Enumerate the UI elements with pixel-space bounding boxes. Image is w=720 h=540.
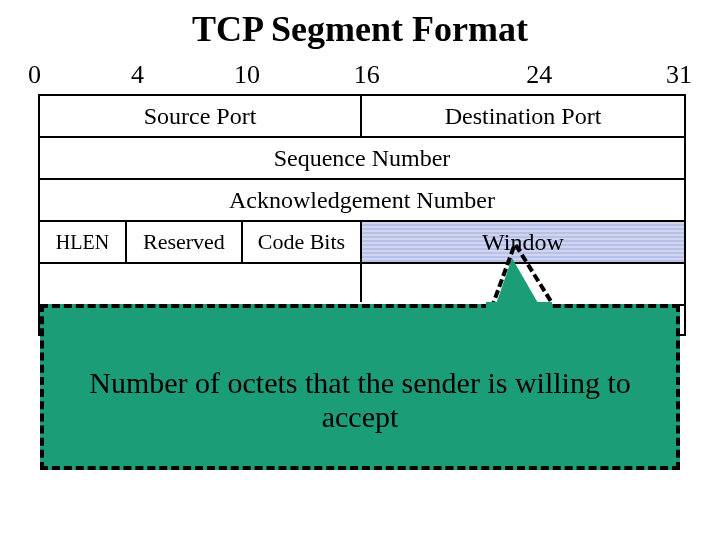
field-sequence-number: Sequence Number <box>40 138 684 178</box>
field-dest-port: Destination Port <box>362 96 684 136</box>
segment-frame: 0 4 10 16 24 31 Source Port Destination … <box>28 60 692 336</box>
callout-box: Number of octets that the sender is will… <box>40 304 680 470</box>
diagram-title: TCP Segment Format <box>0 8 720 50</box>
bit-label-31: 31 <box>666 60 692 90</box>
row-ack: Acknowledgement Number <box>40 180 684 222</box>
bit-label-0: 0 <box>28 60 41 90</box>
bit-label-16: 16 <box>354 60 380 90</box>
bit-label-4: 4 <box>131 60 144 90</box>
field-reserved: Reserved <box>127 222 243 262</box>
callout-text: Number of octets that the sender is will… <box>76 366 645 434</box>
bit-ruler: 0 4 10 16 24 31 <box>28 60 692 94</box>
callout-pointer-gap <box>486 302 552 310</box>
row-seq: Sequence Number <box>40 138 684 180</box>
row-obscured-1 <box>40 264 684 306</box>
row-ports: Source Port Destination Port <box>40 96 684 138</box>
field-source-port: Source Port <box>40 96 362 136</box>
bit-label-24: 24 <box>526 60 552 90</box>
field-hlen: HLEN <box>40 222 127 262</box>
segment-grid: Source Port Destination Port Sequence Nu… <box>38 94 686 336</box>
field-code-bits: Code Bits <box>243 222 362 262</box>
field-obscured-left <box>40 264 362 302</box>
bit-label-10: 10 <box>234 60 260 90</box>
field-ack-number: Acknowledgement Number <box>40 180 684 220</box>
row-flags-window: HLEN Reserved Code Bits Window <box>40 222 684 264</box>
